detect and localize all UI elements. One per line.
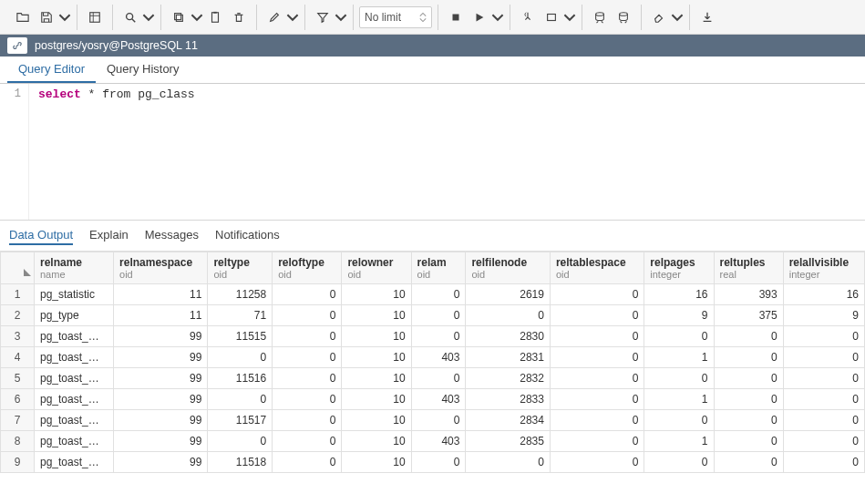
cell[interactable]: 0 bbox=[273, 305, 342, 326]
cell[interactable]: 99 bbox=[114, 326, 208, 347]
clear-button[interactable] bbox=[647, 5, 671, 29]
cell[interactable]: 0 bbox=[411, 326, 466, 347]
limit-select[interactable]: No limit bbox=[359, 6, 432, 28]
editor-tab[interactable]: Query History bbox=[96, 57, 190, 83]
cell[interactable]: 0 bbox=[411, 410, 466, 431]
cell[interactable]: 0 bbox=[411, 452, 466, 473]
cell[interactable]: 0 bbox=[208, 389, 273, 410]
cell[interactable]: 393 bbox=[714, 284, 783, 305]
cell[interactable]: 10 bbox=[342, 389, 411, 410]
column-header[interactable]: reltablespaceoid bbox=[550, 252, 644, 284]
cell[interactable]: 10 bbox=[342, 452, 411, 473]
cell[interactable]: 0 bbox=[644, 326, 714, 347]
cell[interactable]: 10 bbox=[342, 347, 411, 368]
find-button[interactable] bbox=[118, 5, 142, 29]
cell[interactable]: pg_toast_… bbox=[35, 347, 114, 368]
cell[interactable]: 1 bbox=[644, 431, 714, 452]
cell[interactable]: 1 bbox=[644, 347, 714, 368]
cell[interactable]: 2833 bbox=[466, 389, 551, 410]
column-header[interactable]: reltuplesreal bbox=[714, 252, 783, 284]
cell[interactable]: 0 bbox=[783, 452, 864, 473]
execute-button[interactable] bbox=[468, 5, 491, 29]
cell[interactable]: 0 bbox=[714, 326, 783, 347]
edit-dropdown[interactable] bbox=[286, 5, 299, 29]
cell[interactable]: 9 bbox=[644, 305, 714, 326]
column-header[interactable]: relallvisibleinteger bbox=[783, 252, 864, 284]
column-header[interactable]: relfilenodeoid bbox=[466, 252, 551, 284]
cell[interactable]: 0 bbox=[644, 410, 714, 431]
cell[interactable]: 0 bbox=[273, 389, 342, 410]
cell[interactable]: pg_toast_… bbox=[35, 452, 114, 473]
column-header[interactable]: relpagesinteger bbox=[644, 252, 714, 284]
column-header[interactable]: reloftypeoid bbox=[273, 252, 342, 284]
filter-dropdown[interactable] bbox=[335, 5, 347, 29]
cell[interactable]: 0 bbox=[550, 305, 644, 326]
cell[interactable]: 0 bbox=[714, 368, 783, 389]
cell[interactable]: 0 bbox=[273, 431, 342, 452]
explain-analyze-button[interactable] bbox=[540, 5, 563, 29]
cell[interactable]: 0 bbox=[714, 410, 783, 431]
save-dropdown[interactable] bbox=[58, 5, 71, 29]
cell[interactable]: 11 bbox=[114, 284, 208, 305]
cell[interactable]: 0 bbox=[783, 389, 864, 410]
cell[interactable]: 0 bbox=[714, 347, 783, 368]
sql-code[interactable]: select * from pg_class bbox=[29, 84, 204, 220]
table-row[interactable]: 9pg_toast_…9911518010000000 bbox=[1, 452, 865, 473]
cell[interactable]: 0 bbox=[550, 368, 644, 389]
explain-button[interactable] bbox=[516, 5, 540, 29]
cell[interactable]: 0 bbox=[714, 431, 783, 452]
stop-button[interactable] bbox=[444, 5, 468, 29]
cell[interactable]: 1 bbox=[644, 389, 714, 410]
cell[interactable]: 0 bbox=[783, 326, 864, 347]
cell[interactable]: 10 bbox=[342, 284, 411, 305]
result-tab[interactable]: Data Output bbox=[9, 226, 73, 245]
cell[interactable]: 0 bbox=[550, 347, 644, 368]
cell[interactable]: pg_type bbox=[35, 305, 114, 326]
cell[interactable]: 0 bbox=[411, 284, 466, 305]
cell[interactable]: 2830 bbox=[466, 326, 551, 347]
cell[interactable]: 0 bbox=[208, 347, 273, 368]
column-header[interactable]: reltypeoid bbox=[208, 252, 273, 284]
query-editor[interactable]: 1 select * from pg_class bbox=[0, 84, 865, 221]
download-button[interactable] bbox=[695, 5, 719, 29]
cell[interactable]: 99 bbox=[114, 347, 208, 368]
clear-dropdown[interactable] bbox=[671, 5, 684, 29]
cell[interactable]: 2831 bbox=[466, 347, 551, 368]
table-row[interactable]: 3pg_toast_…9911515010028300000 bbox=[1, 326, 865, 347]
cell[interactable]: 0 bbox=[208, 431, 273, 452]
delete-button[interactable] bbox=[227, 5, 251, 29]
cell[interactable]: 99 bbox=[114, 410, 208, 431]
cell[interactable]: pg_toast_… bbox=[35, 431, 114, 452]
cell[interactable]: 11258 bbox=[208, 284, 273, 305]
cell[interactable]: 11 bbox=[114, 305, 208, 326]
cell[interactable]: 0 bbox=[273, 368, 342, 389]
column-header[interactable]: relamoid bbox=[411, 252, 466, 284]
edit-button[interactable] bbox=[263, 5, 286, 29]
commit-button[interactable] bbox=[588, 5, 612, 29]
cell[interactable]: 0 bbox=[644, 368, 714, 389]
paste-button[interactable] bbox=[203, 5, 227, 29]
column-header[interactable]: relnamespaceoid bbox=[114, 252, 208, 284]
column-header[interactable]: relnamename bbox=[35, 252, 114, 284]
cell[interactable]: 0 bbox=[550, 431, 644, 452]
cell[interactable]: pg_toast_… bbox=[35, 410, 114, 431]
copy-button[interactable] bbox=[167, 5, 191, 29]
save-button[interactable] bbox=[35, 5, 58, 29]
cell[interactable]: 0 bbox=[550, 326, 644, 347]
cell[interactable]: 403 bbox=[411, 347, 466, 368]
cell[interactable]: 375 bbox=[714, 305, 783, 326]
cell[interactable]: 2834 bbox=[466, 410, 551, 431]
cell[interactable]: 0 bbox=[783, 431, 864, 452]
cell[interactable]: 99 bbox=[114, 389, 208, 410]
cell[interactable]: 0 bbox=[411, 305, 466, 326]
cell[interactable]: 11516 bbox=[208, 368, 273, 389]
cell[interactable]: 0 bbox=[550, 284, 644, 305]
new-query-button[interactable] bbox=[83, 5, 107, 29]
cell[interactable]: 0 bbox=[273, 347, 342, 368]
cell[interactable]: 0 bbox=[714, 389, 783, 410]
find-dropdown[interactable] bbox=[142, 5, 155, 29]
cell[interactable]: 0 bbox=[550, 410, 644, 431]
cell[interactable]: 0 bbox=[273, 326, 342, 347]
cell[interactable]: 99 bbox=[114, 368, 208, 389]
cell[interactable]: 11515 bbox=[208, 326, 273, 347]
